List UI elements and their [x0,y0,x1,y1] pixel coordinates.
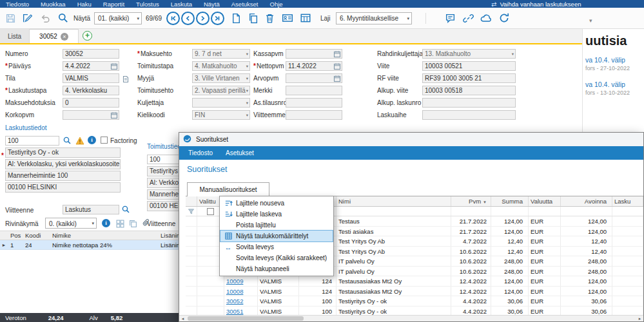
design-edit-icon[interactable] [21,12,34,24]
arvopvm-field[interactable] [286,73,342,83]
valittu-cell[interactable] [197,287,224,296]
col-nimi[interactable]: Nimi [337,196,451,206]
billing-address-line1-field[interactable]: Al: Verkkolasku, yksi verkkolaskuosoite [5,159,121,169]
layout-grid-icon[interactable] [116,219,124,231]
calendar-icon[interactable] [110,62,118,71]
menu-item-show-search-panel[interactable]: Näytä hakupaneeli [220,263,333,274]
dialog-menu-asetukset[interactable]: Asetukset [219,149,260,156]
select-all-checkbox[interactable] [207,208,214,215]
alkup-viite-field[interactable]: 10003 00518 [422,86,516,95]
menu-haku[interactable]: Haku [72,1,97,8]
calendar-icon[interactable] [333,75,341,83]
payment-row[interactable]: 10009 VALMIS 124 Testausasiakas Mt2 Oy 1… [186,276,643,287]
maksuehto-field[interactable]: 9. 7 d net▾ [192,49,250,59]
row-view-combobox[interactable]: 0. (kaikki) ▾ [45,218,97,229]
customer-search-icon[interactable] [63,136,72,147]
menu-item-show-column-chooser[interactable]: Näytä taulukkomäärittelyt [220,231,333,242]
copy-rows-icon[interactable] [129,219,137,231]
maksuehdotuksia-field[interactable]: 0 [63,98,119,108]
laji-combobox[interactable]: 6. Myyntitilauksellise ▾ [336,12,412,24]
billing-address-line3-field[interactable]: 00100 HELSINKI [5,182,121,193]
invoice-number-link[interactable]: 30052 [226,298,243,305]
link-icon[interactable] [462,12,474,24]
menu-item-best-fit-all[interactable]: Sovita leveys (Kaikki sarakkeet) [220,252,333,263]
laskuaihe-field[interactable] [422,110,516,120]
col-avoinna[interactable]: Avoinna [561,196,612,206]
col-pvm[interactable]: Pvm▼ [451,196,491,206]
toimitusehto-field[interactable]: 2. Vapaasti perillä▾ [192,86,250,95]
menu-tiedosto[interactable]: Tiedosto [0,1,35,8]
horizontal-scrollbar[interactable]: ◂ ▸ [179,315,643,321]
merkki-field[interactable] [286,86,342,95]
save-icon[interactable] [4,12,17,24]
contact-card-icon[interactable] [281,12,294,24]
laskutustiedot-link[interactable]: Laskutustiedot [5,124,47,131]
previous-record-button[interactable] [181,12,195,25]
nettopvm-field[interactable]: 11.4.2022 [286,61,342,71]
billing-name-field[interactable]: Testiyritys Oy - ok [5,147,121,158]
valittu-cell[interactable] [197,307,224,316]
korkopvm-field[interactable] [63,110,119,120]
last-record-button[interactable] [211,12,224,25]
rahdinkuljettaja-field[interactable]: 13. Matkahuolto▾ [422,49,516,59]
dialog-titlebar[interactable]: Suoritukset [179,133,643,146]
items-col-koodi[interactable]: Koodi [23,231,50,240]
factoring-checkbox[interactable] [101,137,108,144]
viitteenne-search-icon[interactable] [121,205,130,216]
calendar-icon[interactable] [333,62,341,71]
menu-raportit[interactable]: Raportit [97,1,130,8]
news-item-link[interactable]: va 10.4. välip [585,80,625,88]
menu-ohje[interactable]: Ohje [264,1,289,8]
menu-laskuta[interactable]: Laskuta [165,1,198,8]
menu-nayta[interactable]: Näytä [198,1,226,8]
invoice-number-link[interactable]: 10008 [226,288,243,295]
kielikoodi-field[interactable]: FIN▾ [192,110,250,120]
menu-item-best-fit[interactable]: ↔ Sovita leveys [220,242,333,252]
tab-manuaalisuoritukset[interactable]: Manuaalisuoritukset [187,182,269,197]
menu-tulostus[interactable]: Tulostus [130,1,165,8]
status-document-icon[interactable] [122,74,130,86]
refresh-icon[interactable] [498,12,511,24]
col-lasku[interactable]: Lasku [612,196,643,206]
menu-item-sort-descending[interactable]: Lajittele laskeva [220,209,333,220]
delete-icon[interactable] [263,12,276,24]
paivays-field[interactable]: 4.4.2022 [63,61,119,71]
note-icon[interactable] [444,12,456,24]
viitteenne-field[interactable]: Laskutus [63,205,119,214]
info-icon[interactable]: i [102,219,110,227]
dialog-menu-tiedosto[interactable]: Tiedosto [182,149,219,156]
rf-viite-field[interactable]: RF39 1000 3005 21 [422,73,516,83]
myyja-field[interactable]: 3. Ville Virtanen▾ [192,73,250,83]
col-valuutta[interactable]: Valuutta [529,196,561,206]
undo-icon[interactable] [39,12,52,24]
add-tab-button[interactable]: + [83,31,92,41]
viitteemme-field[interactable] [286,110,342,120]
scroll-right-arrow[interactable]: ▸ [636,316,643,321]
tila-field[interactable]: VALMIS [63,73,119,83]
tab-record-30052[interactable]: 30052 × [30,29,79,43]
switch-to-old-invoicing-link[interactable]: ⇄ Vaihda vanhaan laskutukseen [491,0,581,8]
billing-customer-number-field[interactable]: 100 [5,136,59,146]
table-icon[interactable] [299,12,312,24]
as-tilausnro-field[interactable] [286,98,342,108]
alkup-laskunro-field[interactable] [422,98,516,108]
scrollbar-thumb[interactable] [188,316,304,321]
copy-icon[interactable] [246,12,259,24]
view-filter-combobox[interactable]: 01. (kaikki) ▾ [94,12,142,24]
laskutustapa-field[interactable]: 4. Verkkolasku [63,86,119,95]
chevron-down-icon[interactable]: ▾ [589,17,592,24]
invoice-number-link[interactable]: 10009 [226,278,243,285]
payment-row[interactable]: 30052 VALMIS 100 Testiyritys Oy - ok 4.4… [186,296,643,307]
items-col-nimike[interactable]: Nimike [50,231,159,240]
next-record-button[interactable] [196,12,210,25]
numero-field[interactable]: 30052 [63,49,119,59]
viite-field[interactable]: 10003 00521 [422,61,516,71]
valittu-cell[interactable] [197,276,224,286]
billing-address-line2-field[interactable]: Mannerheimintie 100 [5,171,121,181]
menu-item-sort-ascending[interactable]: Lajittele nouseva [220,198,333,209]
payment-row[interactable]: 10008 VALMIS 124 Testausasiakas Mt2 Oy 1… [186,287,643,297]
cloud-icon[interactable] [480,12,493,24]
kassapvm-field[interactable] [286,49,342,59]
menu-asetukset[interactable]: Asetukset [226,1,264,8]
new-document-icon[interactable] [229,12,242,24]
